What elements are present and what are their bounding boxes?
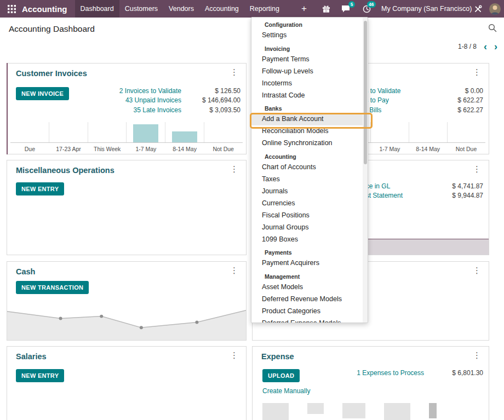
- pager-next-icon[interactable]: ›: [494, 42, 497, 51]
- document-thumbnail[interactable]: [307, 403, 324, 414]
- kebab-menu-icon[interactable]: ⋮: [228, 163, 240, 175]
- stat-link[interactable]: lls to Validate: [362, 87, 424, 95]
- kebab-menu-icon[interactable]: ⋮: [471, 66, 483, 78]
- user-avatar[interactable]: [489, 3, 501, 15]
- new-invoice-button[interactable]: NEW INVOICE: [16, 87, 69, 100]
- config-item-chart-of-accounts[interactable]: Chart of Accounts: [251, 161, 368, 173]
- kebab-menu-icon[interactable]: ⋮: [471, 349, 483, 361]
- config-item-intrastat-code[interactable]: Intrastat Code: [251, 89, 368, 101]
- config-item-journal-groups[interactable]: Journal Groups: [251, 221, 368, 233]
- config-item-deferred-expense-models[interactable]: Deferred Expense Models: [251, 317, 368, 323]
- pager-range: 1-8 / 8: [458, 43, 477, 50]
- kebab-menu-icon[interactable]: ⋮: [471, 163, 483, 175]
- dropdown-scrollbar-thumb[interactable]: [364, 21, 367, 164]
- stat-link[interactable]: est Statement: [362, 192, 424, 199]
- upload-button[interactable]: UPLOAD: [262, 369, 300, 382]
- config-section-invoicing: Invoicing: [251, 42, 368, 54]
- stat-amount: $ 622.27: [424, 96, 483, 104]
- document-thumbnail[interactable]: [429, 403, 437, 418]
- messages-icon[interactable]: 5: [340, 0, 352, 18]
- card-title-salaries[interactable]: Salaries: [16, 352, 47, 361]
- config-item-product-categories[interactable]: Product Categories: [251, 305, 368, 317]
- config-item-1099-boxes[interactable]: 1099 Boxes: [251, 233, 368, 245]
- config-section-accounting: Accounting: [251, 149, 368, 162]
- stat-link[interactable]: lls to Pay: [362, 96, 424, 104]
- top-navbar: Accounting DashboardCustomersVendorsAcco…: [0, 0, 504, 18]
- navbar-item-reporting[interactable]: Reporting: [244, 0, 285, 18]
- card-customer-invoices: Customer Invoices ⋮ NEW INVOICE 2 Invoic…: [7, 63, 247, 154]
- chart-label: Not Due: [204, 146, 243, 152]
- dropdown-scrollbar[interactable]: [363, 18, 368, 323]
- config-item-journals[interactable]: Journals: [251, 185, 368, 197]
- config-item-payment-terms[interactable]: Payment Terms: [251, 53, 368, 65]
- apps-menu-icon[interactable]: [5, 0, 18, 18]
- stat-row: nce in GL$ 4,741.87: [362, 181, 483, 191]
- card-title-expense[interactable]: Expense: [261, 352, 294, 361]
- chart-label: 17-23 Apr: [49, 146, 88, 152]
- page-title: Accounting Dashboard: [9, 24, 95, 34]
- stat-link[interactable]: te Bills: [362, 106, 424, 114]
- stat-amount: $ 4,741.87: [424, 182, 483, 190]
- screen: Accounting DashboardCustomersVendorsAcco…: [0, 0, 504, 420]
- card-title-cash[interactable]: Cash: [16, 267, 35, 276]
- chart-column: [10, 122, 49, 142]
- gift-glyph: [322, 5, 330, 13]
- stat-amount: $ 3,093.50: [181, 106, 240, 114]
- config-item-incoterms[interactable]: Incoterms: [251, 77, 368, 89]
- configuration-dropdown: ConfigurationSettingsInvoicingPayment Te…: [251, 17, 368, 323]
- stat-amount: $ 146,694.00: [181, 96, 240, 104]
- chart-column: [371, 122, 409, 142]
- config-item-payment-acquirers[interactable]: Payment Acquirers: [251, 257, 368, 269]
- gift-icon[interactable]: [320, 0, 332, 18]
- company-switcher[interactable]: My Company (San Francisco): [381, 5, 472, 13]
- config-item-deferred-revenue-models[interactable]: Deferred Revenue Models: [251, 293, 368, 305]
- card-title-customer-invoices[interactable]: Customer Invoices: [16, 69, 87, 78]
- activities-icon[interactable]: 46: [360, 0, 373, 18]
- tools-glyph: [474, 5, 482, 13]
- stat-link[interactable]: 1 Expenses to Process: [351, 369, 424, 377]
- new-transaction-button[interactable]: NEW TRANSACTION: [16, 281, 89, 294]
- config-item-asset-models[interactable]: Asset Models: [251, 281, 368, 293]
- stat-link[interactable]: 35 Late Invoices: [78, 106, 181, 114]
- config-item-taxes[interactable]: Taxes: [251, 173, 368, 185]
- kebab-menu-icon[interactable]: ⋮: [228, 66, 240, 78]
- navbar-item-vendors[interactable]: Vendors: [163, 0, 199, 18]
- navbar-item-accounting[interactable]: Accounting: [199, 0, 244, 18]
- kebab-menu-icon[interactable]: ⋮: [228, 349, 240, 361]
- stat-amount: $ 0.00: [424, 87, 483, 95]
- plus-icon[interactable]: +: [298, 0, 310, 18]
- navbar-item-dashboard[interactable]: Dashboard: [75, 0, 119, 18]
- chart-label: 1-7 May: [127, 146, 165, 152]
- pager-prev-icon[interactable]: ‹: [484, 42, 487, 51]
- kebab-menu-icon[interactable]: ⋮: [228, 264, 240, 277]
- document-thumbnail[interactable]: [262, 403, 289, 420]
- messages-badge: 5: [348, 1, 355, 8]
- chart-column: [204, 122, 243, 142]
- config-item-online-synchronization[interactable]: Online Synchronization: [251, 137, 368, 149]
- config-item-add-a-bank-account[interactable]: Add a Bank Account: [251, 113, 368, 125]
- new-entry-button[interactable]: NEW ENTRY: [16, 369, 64, 382]
- create-manually-link[interactable]: Create Manually: [262, 387, 310, 395]
- config-item-settings[interactable]: Settings: [251, 30, 368, 42]
- current-app-name[interactable]: Accounting: [22, 4, 67, 14]
- navbar-item-customers[interactable]: Customers: [119, 0, 163, 18]
- card-title-misc-operations[interactable]: Miscellaneous Operations: [16, 166, 114, 175]
- pager: 1-8 / 8 ‹ ›: [458, 42, 497, 51]
- search-icon[interactable]: [488, 24, 497, 34]
- stat-link[interactable]: nce in GL: [362, 182, 424, 190]
- new-entry-button[interactable]: NEW ENTRY: [16, 182, 64, 195]
- document-thumbnail[interactable]: [342, 403, 365, 418]
- config-item-reconciliation-models[interactable]: Reconciliation Models: [251, 125, 368, 137]
- document-thumbnail[interactable]: [384, 403, 410, 420]
- chart-label: 1-7 May: [370, 146, 409, 152]
- stat-link[interactable]: 43 Unpaid Invoices: [78, 96, 181, 104]
- config-item-fiscal-positions[interactable]: Fiscal Positions: [251, 209, 368, 221]
- stat-amount: $ 622.27: [424, 106, 483, 114]
- stat-link[interactable]: 2 Invoices to Validate: [78, 87, 181, 95]
- config-item-currencies[interactable]: Currencies: [251, 197, 368, 209]
- config-item-follow-up-levels[interactable]: Follow-up Levels: [251, 65, 368, 77]
- chart-label: This Week: [88, 146, 127, 152]
- apps-grid-glyph: [8, 5, 16, 13]
- tools-icon[interactable]: [472, 0, 484, 18]
- kebab-menu-icon[interactable]: ⋮: [471, 264, 483, 277]
